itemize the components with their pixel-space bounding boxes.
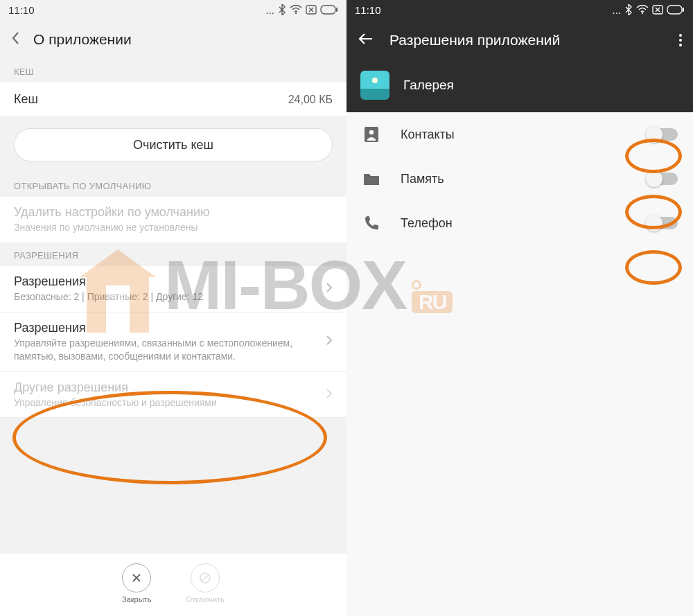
- battery-icon: [667, 5, 685, 15]
- disable-button[interactable]: Отключить: [186, 563, 225, 604]
- folder-icon: [362, 169, 381, 188]
- toggle-switch[interactable]: [647, 128, 678, 141]
- toggle-switch[interactable]: [647, 217, 678, 229]
- delete-defaults-title: Удалить настройки по умолчанию: [14, 205, 326, 220]
- status-icons: ...: [612, 4, 685, 16]
- back-arrow-icon[interactable]: [358, 33, 373, 48]
- status-bar-left: 11:10 ...: [0, 0, 346, 19]
- svg-rect-3: [336, 8, 337, 12]
- page-title: Разрешения приложений: [389, 32, 663, 49]
- wifi-icon: [636, 5, 649, 15]
- cache-label: Кеш: [14, 92, 38, 107]
- other-permissions-sub: Управление безопасностью и разрешениями: [14, 396, 319, 410]
- row-other-permissions[interactable]: Другие разрешения Управление безопасност…: [0, 372, 346, 419]
- delete-defaults-sub: Значения по умолчанию не установлены: [14, 221, 326, 234]
- screen-about-app: 11:10 ... О приложении КЕШ Кеш 24,00 КБ: [0, 0, 346, 616]
- chevron-right-icon: [326, 388, 333, 402]
- svg-point-0: [295, 12, 297, 14]
- wifi-icon: [290, 5, 302, 15]
- row-delete-defaults[interactable]: Удалить настройки по умолчанию Значения …: [0, 197, 346, 243]
- permission-label: Телефон: [401, 216, 628, 231]
- close-label: Закрыть: [122, 595, 151, 604]
- screen-app-permissions: 11:10 ... Разрешения приложений: [346, 0, 693, 616]
- bottom-action-bar: Закрыть Отключить: [0, 554, 346, 616]
- status-more-icon: ...: [612, 4, 621, 16]
- bluetooth-icon: [624, 4, 633, 15]
- gallery-app-icon: [360, 71, 389, 100]
- header-right: Разрешения приложений Галерея: [346, 19, 693, 112]
- sim-off-icon: [652, 5, 663, 15]
- row-permissions-manage[interactable]: Разрешения Управляйте разрешениями, связ…: [0, 313, 346, 372]
- chevron-right-icon: [326, 282, 333, 296]
- other-permissions-title: Другие разрешения: [14, 380, 319, 395]
- cache-value: 24,00 КБ: [288, 94, 333, 106]
- sim-off-icon: [306, 5, 317, 15]
- toggle-switch[interactable]: [647, 173, 678, 185]
- status-time: 11:10: [355, 4, 381, 16]
- permissions-sub: Безопасные: 2 | Приватные: 2 | Другие: 1…: [14, 290, 319, 303]
- svg-point-10: [369, 130, 374, 134]
- cache-row[interactable]: Кеш 24,00 КБ: [0, 82, 346, 117]
- clear-cache-button[interactable]: Очистить кеш: [14, 128, 333, 161]
- app-row: Галерея: [346, 61, 693, 112]
- row-permissions-summary[interactable]: Разрешения Безопасные: 2 | Приватные: 2 …: [0, 266, 346, 313]
- page-title: О приложении: [33, 31, 132, 48]
- permissions-manage-sub: Управляйте разрешениями, связанными с ме…: [14, 337, 319, 363]
- permission-contacts: Контакты: [346, 112, 693, 157]
- permissions-title: Разрешения: [14, 274, 319, 289]
- battery-icon: [320, 5, 338, 15]
- close-button[interactable]: Закрыть: [122, 563, 151, 604]
- svg-rect-8: [683, 8, 684, 12]
- svg-rect-2: [321, 6, 335, 14]
- back-icon[interactable]: [11, 31, 19, 48]
- phone-icon: [362, 213, 381, 233]
- status-bar-right: 11:10 ...: [346, 0, 693, 19]
- permission-phone: Телефон: [346, 201, 693, 245]
- disable-icon: [199, 572, 211, 584]
- permission-label: Контакты: [401, 127, 628, 142]
- header-left: О приложении: [0, 19, 346, 60]
- chevron-right-icon: [326, 335, 333, 349]
- svg-point-5: [642, 12, 643, 14]
- bluetooth-icon: [278, 4, 286, 15]
- permissions-list: Контакты Память Телефон: [346, 112, 693, 245]
- permission-storage: Память: [346, 157, 693, 201]
- disable-label: Отключить: [186, 595, 225, 604]
- status-time: 11:10: [8, 4, 35, 16]
- status-icons: ...: [265, 4, 338, 16]
- permissions-manage-title: Разрешения: [14, 321, 319, 335]
- svg-rect-7: [667, 6, 682, 14]
- section-header-open-default: ОТКРЫВАТЬ ПО УМОЛЧАНИЮ: [0, 174, 346, 197]
- app-name: Галерея: [403, 78, 454, 93]
- close-icon: [131, 572, 142, 583]
- section-header-permissions: РАЗРЕШЕНИЯ: [0, 243, 346, 266]
- clear-cache-wrap: Очистить кеш: [0, 117, 346, 174]
- more-menu-icon[interactable]: [679, 34, 682, 46]
- status-more-icon: ...: [265, 4, 274, 16]
- section-header-cache: КЕШ: [0, 60, 346, 82]
- contacts-icon: [362, 125, 381, 144]
- permission-label: Память: [401, 172, 628, 186]
